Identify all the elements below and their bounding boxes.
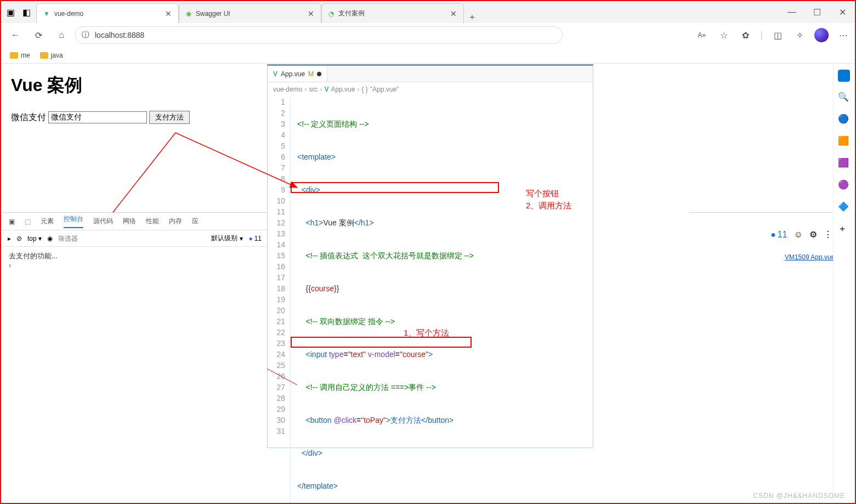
divider: | bbox=[761, 30, 763, 40]
profile-avatar[interactable] bbox=[814, 28, 829, 42]
browser-titlebar: ▣ ◧ ▼ vue-demo ✕ ◉ Swagger UI ✕ ◔ 支付案例 ✕… bbox=[1, 1, 855, 23]
code-body[interactable]: <!-- 定义页面结构 --> <template> <div> <h1>Vue… bbox=[291, 97, 474, 504]
clear-icon[interactable]: ⊘ bbox=[16, 235, 22, 242]
browser-tab-swagger[interactable]: ◉ Swagger UI ✕ bbox=[179, 3, 321, 23]
bound-text: 微信支付 bbox=[11, 112, 46, 123]
dt-tab-app[interactable]: 应 bbox=[192, 217, 199, 226]
url-text: localhost:8888 bbox=[95, 31, 144, 39]
home-button[interactable]: ⌂ bbox=[52, 25, 71, 45]
eye-icon[interactable]: ◉ bbox=[47, 235, 53, 242]
message-count[interactable]: ●11 bbox=[248, 235, 262, 242]
dt-tab-performance[interactable]: 性能 bbox=[146, 217, 159, 226]
devtools-right: ● 11 ☺ ⚙ ⋮ ✕ ⚙ bbox=[689, 212, 854, 256]
favorite-icon[interactable]: ☆ bbox=[717, 28, 731, 42]
course-input[interactable] bbox=[48, 111, 147, 123]
vue-icon: V bbox=[324, 86, 328, 93]
console-prompt[interactable]: › bbox=[9, 261, 260, 269]
info-icon[interactable]: ⓘ bbox=[82, 30, 89, 40]
tab-title: Swagger UI bbox=[196, 10, 230, 18]
split-icon[interactable]: ◫ bbox=[770, 28, 785, 42]
editor-tab-appvue[interactable]: V App.vue M bbox=[268, 66, 327, 82]
inspect-icon[interactable]: ▣ bbox=[9, 218, 15, 225]
vue-icon: V bbox=[273, 70, 277, 78]
level-select[interactable]: 默认级别 ▾ bbox=[211, 234, 243, 243]
vue-icon: ▼ bbox=[43, 10, 50, 18]
sidebar-toggle-icon[interactable]: ◧ bbox=[22, 7, 31, 18]
maximize-button[interactable]: ☐ bbox=[804, 1, 830, 23]
copilot-icon[interactable] bbox=[838, 70, 850, 82]
edge-sidebar: 🔍 🔵 🟧 🟪 🟣 🔷 ＋ bbox=[833, 64, 854, 502]
tab-title: vue-demo bbox=[54, 10, 83, 18]
back-button[interactable]: ← bbox=[5, 25, 25, 45]
crumb[interactable]: App.vue bbox=[331, 86, 355, 93]
devtools-tabs: ▣ ⬚ 元素 控制台 源代码 网络 性能 内存 应 bbox=[2, 213, 267, 230]
outlook-icon[interactable]: 🔷 bbox=[838, 201, 850, 213]
issue-count[interactable]: ● 11 bbox=[770, 230, 787, 240]
close-icon[interactable]: ✕ bbox=[165, 9, 172, 18]
more-icon[interactable]: ⋮ bbox=[824, 229, 832, 240]
folder-icon bbox=[40, 52, 48, 59]
highlight-box-methods bbox=[291, 337, 472, 348]
highlight-box-button bbox=[291, 182, 499, 193]
folder-icon bbox=[10, 52, 18, 59]
collections-icon[interactable]: ✧ bbox=[792, 28, 807, 42]
extensions-icon[interactable]: ✿ bbox=[739, 28, 753, 42]
url-input[interactable]: ⓘ localhost:8888 bbox=[75, 26, 563, 44]
refresh-button[interactable]: ⟳ bbox=[29, 25, 48, 45]
plus-icon[interactable]: ＋ bbox=[838, 223, 850, 235]
dt-tab-network[interactable]: 网络 bbox=[123, 217, 136, 226]
bookmark-java[interactable]: java bbox=[40, 52, 63, 59]
crumb[interactable]: "App.vue" bbox=[370, 86, 399, 93]
braces-icon: { } bbox=[361, 86, 367, 93]
tab-title: 支付案例 bbox=[338, 9, 365, 18]
swagger-icon: ◉ bbox=[186, 10, 191, 18]
minimize-button[interactable]: — bbox=[779, 1, 804, 23]
browser-tab-vue-demo[interactable]: ▼ vue-demo ✕ bbox=[36, 3, 179, 23]
editor-breadcrumbs[interactable]: vue-demo› src› V App.vue› { } "App.vue" bbox=[268, 82, 593, 97]
dt-tab-console[interactable]: 控制台 bbox=[64, 214, 83, 228]
bookmark-me[interactable]: me bbox=[10, 52, 30, 59]
annotation-button: 写个按钮 2、调用方法 bbox=[526, 188, 571, 212]
games-icon[interactable]: 🟪 bbox=[838, 157, 850, 169]
office-icon[interactable]: 🟣 bbox=[838, 179, 850, 191]
shopping-icon[interactable]: 🔵 bbox=[838, 114, 850, 126]
tab-strip: ▼ vue-demo ✕ ◉ Swagger UI ✕ ◔ 支付案例 ✕ ＋ bbox=[36, 3, 480, 23]
tools-icon[interactable]: 🟧 bbox=[838, 135, 850, 148]
new-tab-button[interactable]: ＋ bbox=[464, 12, 480, 23]
watermark: CSDN @JH&&HANDSOME bbox=[753, 492, 845, 500]
code-editor-panel: V App.vue M vue-demo› src› V App.vue› { … bbox=[267, 64, 593, 448]
pay-icon: ◔ bbox=[328, 10, 334, 18]
code-area[interactable]: 1234567891011121314151617181920212223242… bbox=[268, 97, 593, 504]
bookmarks-bar: me java bbox=[1, 47, 855, 64]
pay-button[interactable]: 支付方法 bbox=[149, 111, 190, 124]
dt-tab-sources[interactable]: 源代码 bbox=[93, 217, 113, 226]
filter-input[interactable] bbox=[58, 235, 140, 242]
issues-icon[interactable]: ☺ bbox=[794, 230, 803, 240]
close-window-button[interactable]: ✕ bbox=[830, 1, 855, 23]
dt-tab-elements[interactable]: 元素 bbox=[41, 217, 54, 226]
close-icon[interactable]: ✕ bbox=[308, 9, 314, 18]
context-select[interactable]: top ▾ bbox=[27, 235, 42, 242]
device-icon[interactable]: ⬚ bbox=[25, 218, 31, 225]
dt-tab-memory[interactable]: 内存 bbox=[169, 217, 182, 226]
bookmark-label: java bbox=[51, 52, 63, 59]
settings-icon[interactable]: ⚙ bbox=[809, 229, 817, 240]
address-bar: ← ⟳ ⌂ ⓘ localhost:8888 A» ☆ ✿ | ◫ ✧ ⋯ bbox=[1, 23, 855, 47]
editor-tabs: V App.vue M bbox=[268, 66, 593, 82]
annotation-method: 1、写个方法 bbox=[404, 328, 449, 338]
bookmark-label: me bbox=[21, 52, 30, 59]
more-icon[interactable]: ⋯ bbox=[836, 28, 851, 42]
modified-badge: M bbox=[308, 70, 314, 78]
browser-tab-pay[interactable]: ◔ 支付案例 ✕ bbox=[321, 3, 464, 23]
line-gutter: 1234567891011121314151617181920212223242… bbox=[268, 97, 291, 504]
crumb[interactable]: src bbox=[309, 86, 318, 93]
close-icon[interactable]: ✕ bbox=[450, 9, 457, 18]
workspace-icon[interactable]: ▣ bbox=[7, 7, 15, 18]
console-body[interactable]: 去支付的功能... › bbox=[2, 247, 267, 274]
sidebar-icon[interactable]: ▸ bbox=[8, 235, 11, 242]
search-icon[interactable]: 🔍 bbox=[838, 92, 850, 104]
unsaved-dot-icon bbox=[317, 72, 321, 76]
crumb[interactable]: vue-demo bbox=[273, 86, 302, 93]
console-log-line: 去支付的功能... bbox=[9, 251, 260, 261]
read-aloud-icon[interactable]: A» bbox=[695, 28, 709, 42]
